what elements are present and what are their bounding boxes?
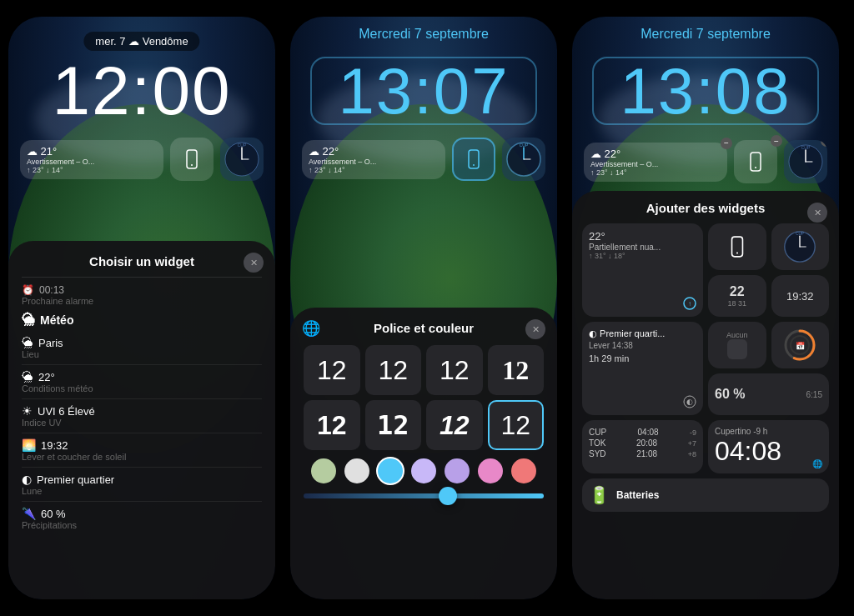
globe-icon: 🌐 [302, 319, 320, 338]
meteo-label: Météo [40, 313, 73, 327]
phone1-rain-item[interactable]: 🌂 60 % Précipitations [22, 502, 262, 535]
phone3-time: 13:08 [592, 57, 819, 125]
phone2-color-row [304, 458, 544, 483]
cup-diff: -9 [690, 428, 696, 437]
phone3-widget-row: − ☁ 22° Avertissement – O... ↑ 23° ↓ 14°… [584, 140, 827, 183]
svg-text:↑: ↑ [688, 300, 691, 308]
phone3-batteries-row[interactable]: 🔋 Batteries [582, 478, 829, 512]
brightness-slider[interactable] [304, 493, 544, 498]
svg-text:📅: 📅 [796, 341, 806, 351]
phone3-cupertino-wg[interactable]: Cupertino -9 h 04:08 🌐 [708, 420, 829, 473]
phone3-row3: CUP 04:08 -9 TOK 20:08 +7 SYD 21:08 +8 [582, 420, 829, 473]
phone2-close-button[interactable]: ✕ [525, 319, 545, 339]
phone1-time: 12:00 [8, 57, 275, 125]
phone3-close-button[interactable]: ✕ [807, 203, 827, 223]
syd-city: SYD [589, 449, 606, 458]
wg-time1831: 18 31 [727, 299, 746, 308]
phone3-moon-wg[interactable]: ◐ Premier quarti... Lever 14:38 1h 29 mi… [582, 322, 703, 415]
phone1-sheet-title: Choisir un widget [22, 254, 262, 268]
phone1-weather-desc: Avertissement – O... [27, 158, 157, 166]
phone3-cal-ring-wg[interactable]: 📅 [771, 322, 830, 368]
color-purple[interactable] [445, 458, 470, 483]
phone2-weather-minmax: ↑ 23° ↓ 14° [309, 166, 439, 174]
svg-text:CUP: CUP [796, 232, 804, 236]
phone1-phone-widget [170, 138, 214, 181]
phone2-date: Mercredi 7 septembre [290, 27, 557, 42]
phone2-widget-row: ☁ 22° Avertissement – O... ↑ 23° ↓ 14° C… [302, 138, 545, 181]
batteries-label: Batteries [616, 489, 659, 501]
font-sample-5[interactable]: 12 [365, 400, 422, 450]
phone1-conditions-label: Conditions météo [22, 383, 262, 393]
phone3-worldclock-wg[interactable]: CUP 04:08 -9 TOK 20:08 +7 SYD 21:08 +8 [582, 420, 703, 473]
remove-phone-btn[interactable]: − [771, 135, 782, 147]
color-blue[interactable] [378, 458, 403, 483]
phone3-weather-temp: ☁ 22° [590, 148, 721, 160]
phone3-panel-title: Ajouter des widgets [582, 201, 829, 215]
phone3-small-row2: Aucun 📅 60 % [708, 322, 829, 415]
phone1-sunrise-item[interactable]: 🌅 19:32 Lever et coucher de soleil [22, 433, 262, 468]
tok-time: 20:08 [636, 438, 657, 448]
phone1-paris-sublabel: Lieu [22, 349, 262, 359]
cup-city: CUP [589, 428, 606, 437]
phone3-widgets-panel: Ajouter des widgets ✕ 22° Partiellement … [572, 191, 839, 599]
color-lavender[interactable] [411, 458, 436, 483]
phone1-rain-val: 60 % [41, 508, 66, 520]
phone3-small-widgets: CUP 22 18 31 19:32 [708, 223, 829, 317]
tok-diff: +7 [688, 439, 696, 448]
phone3-phone-wg[interactable] [708, 223, 766, 270]
phone1-close-button[interactable]: ✕ [244, 253, 264, 273]
globe-icon-2: 🌐 [812, 459, 822, 468]
wg-time1932: 19:32 [786, 290, 814, 303]
color-green[interactable] [311, 458, 336, 483]
phone2-phone-widget [452, 138, 495, 181]
wg-moon-title: ◐ Premier quarti... [589, 328, 696, 339]
phone2-clock-widget: CUP [502, 138, 545, 181]
phone1-paris-item[interactable]: 🌦 Paris Lieu [22, 331, 262, 365]
phone3-row2: ◐ Premier quarti... Lever 14:38 1h 29 mi… [582, 322, 829, 415]
wg-time22: 22 [730, 284, 745, 299]
phone2-weather-temp: ☁ 22° [309, 145, 439, 158]
font-sample-1[interactable]: 12 [365, 345, 422, 395]
phone3-time22-wg[interactable]: 22 18 31 [708, 275, 766, 317]
font-sample-0[interactable]: 12 [304, 345, 360, 395]
font-sample-4[interactable]: 12 [304, 400, 360, 450]
font-sample-2[interactable]: 12 [426, 345, 483, 395]
font-sample-7[interactable]: 12 [488, 400, 545, 450]
phone1-uvi-item[interactable]: ☀ UVI 6 Élevé Indice UV [22, 399, 262, 433]
svg-text:CUP: CUP [801, 145, 811, 150]
phone1-uvi-val: UVI 6 Élevé [38, 405, 95, 418]
phone3-cup-clock-wg[interactable]: CUP [771, 223, 830, 270]
font-sample-6[interactable]: 12 [426, 400, 483, 450]
tok-city: TOK [589, 438, 605, 448]
color-red[interactable] [511, 458, 536, 483]
color-pink[interactable] [478, 458, 503, 483]
phone1-moon-item[interactable]: ◐ Premier quartier Lune [22, 468, 262, 502]
phone3-time1932-wg[interactable]: 19:32 [771, 275, 830, 317]
remove-weather-btn[interactable]: − [721, 138, 732, 149]
phone1-rain-label: Précipitations [22, 520, 262, 530]
phone3-aucun-wg[interactable]: Aucun [708, 322, 766, 368]
brightness-thumb[interactable] [439, 487, 457, 505]
svg-text:CUP: CUP [520, 143, 529, 148]
font-sample-3[interactable]: 12 [488, 345, 545, 395]
phone2-sheet-title: Police et couleur [304, 321, 544, 335]
wg-0615: 6:15 [806, 390, 822, 399]
meteo-icon: 🌦 [22, 313, 35, 328]
phone3-60pct-wg[interactable]: 60 % 6:15 [708, 373, 829, 415]
phone3-weather-minmax: ↑ 23° ↓ 14° [590, 168, 721, 177]
phone3-weather-desc: Avertissement – O... [590, 160, 721, 168]
phone3-weather-wg[interactable]: 22° Partiellement nua... ↑ 31° ↓ 18° ↑ [582, 223, 703, 317]
syd-row: SYD 21:08 +8 [589, 448, 696, 459]
phone1-conditions-item[interactable]: 🌦 22° Conditions météo [22, 365, 262, 399]
phone1-clock-widget: CUP [220, 138, 264, 181]
wg-weather-arrow: ↑ [683, 297, 696, 312]
color-white[interactable] [344, 458, 369, 483]
phone3-row1: 22° Partiellement nua... ↑ 31° ↓ 18° ↑ [582, 223, 829, 317]
wg-moon-time: 1h 29 min [589, 353, 696, 363]
svg-point-13 [755, 167, 756, 168]
phone-3-screen: Mercredi 7 septembre 13:08 − ☁ 22° Avert… [572, 17, 839, 599]
wg-60pct: 60 % [715, 387, 745, 402]
phone3-date: Mercredi 7 septembre [572, 27, 839, 42]
phone1-weather-widget: ☁ 21° Avertissement – O... ↑ 23° ↓ 14° [20, 140, 163, 179]
tok-row: TOK 20:08 +7 [589, 438, 696, 448]
